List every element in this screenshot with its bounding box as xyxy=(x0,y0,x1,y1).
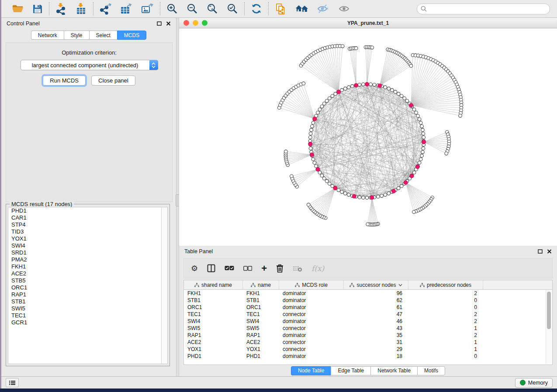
network-node[interactable] xyxy=(320,105,324,108)
delete-selected-trash-icon[interactable] xyxy=(276,264,284,273)
network-leaf-node[interactable] xyxy=(459,114,462,117)
network-edge[interactable] xyxy=(380,53,397,86)
network-node[interactable] xyxy=(347,193,350,196)
mcds-dominator-node[interactable] xyxy=(415,165,419,169)
network-node[interactable] xyxy=(318,108,322,111)
network-node[interactable] xyxy=(343,87,347,90)
network-node[interactable] xyxy=(340,89,344,92)
network-node[interactable] xyxy=(400,94,403,98)
network-node[interactable] xyxy=(358,196,361,199)
network-node[interactable] xyxy=(309,147,312,150)
network-node[interactable] xyxy=(325,99,329,103)
mcds-result-item[interactable]: ORC1 xyxy=(8,284,167,291)
network-node[interactable] xyxy=(322,177,326,180)
network-edge[interactable] xyxy=(380,60,406,86)
network-node[interactable] xyxy=(328,182,331,186)
table-row[interactable]: RAP1RAP1dominator352 xyxy=(184,332,552,339)
refresh-view-icon[interactable] xyxy=(251,3,262,14)
network-leaf-node[interactable] xyxy=(307,203,310,206)
network-node[interactable] xyxy=(391,89,394,92)
network-node[interactable] xyxy=(362,83,365,86)
window-minimize-icon[interactable] xyxy=(193,20,198,26)
mcds-dominator-node[interactable] xyxy=(365,83,369,86)
network-edge[interactable] xyxy=(380,54,398,86)
window-maximize-icon[interactable] xyxy=(202,20,208,26)
table-row[interactable]: TEC1TEC1connector472 xyxy=(184,311,552,318)
column-header-predecessor-nodes[interactable]: predecessor nodes xyxy=(408,280,483,289)
mcds-result-item[interactable]: STB1 xyxy=(8,298,167,305)
network-node[interactable] xyxy=(311,125,314,128)
network-edge[interactable] xyxy=(369,198,372,225)
mcds-result-item[interactable]: TID3 xyxy=(8,228,167,235)
network-edge[interactable] xyxy=(406,182,420,210)
mcds-dominator-node[interactable] xyxy=(337,90,341,94)
network-edge[interactable] xyxy=(296,87,315,119)
network-node[interactable] xyxy=(369,83,373,86)
first-neighbors-houses-icon[interactable] xyxy=(295,3,308,14)
network-node[interactable] xyxy=(311,121,315,124)
tab-node-table[interactable]: Node Table xyxy=(291,366,331,375)
network-node[interactable] xyxy=(422,132,425,135)
network-node[interactable] xyxy=(403,96,406,100)
table-row[interactable]: PHD1PHD1dominator180 xyxy=(184,353,552,360)
memory-status-button[interactable]: Memory xyxy=(515,378,553,388)
network-node[interactable] xyxy=(365,196,369,199)
mcds-dominator-node[interactable] xyxy=(313,117,317,121)
show-task-history-icon[interactable] xyxy=(6,378,19,387)
network-node[interactable] xyxy=(412,108,416,111)
export-table-icon[interactable] xyxy=(120,3,132,15)
network-node[interactable] xyxy=(384,193,387,196)
network-edge[interactable] xyxy=(424,142,447,151)
network-edge[interactable] xyxy=(406,182,432,197)
import-table-icon[interactable] xyxy=(76,3,87,15)
tab-mcds[interactable]: MCDS xyxy=(117,31,146,40)
network-edge[interactable] xyxy=(295,169,318,185)
mcds-result-item[interactable]: FKH1 xyxy=(8,263,167,270)
network-edge[interactable] xyxy=(281,103,315,119)
panel-splitter[interactable] xyxy=(176,18,179,376)
network-node[interactable] xyxy=(373,83,376,86)
network-edge[interactable] xyxy=(318,51,339,92)
network-node[interactable] xyxy=(421,128,425,132)
mcds-dominator-node[interactable] xyxy=(308,142,312,146)
table-row[interactable]: ACE2ACE2connector311 xyxy=(184,339,552,346)
network-node[interactable] xyxy=(420,125,424,128)
tab-network-table[interactable]: Network Table xyxy=(370,366,417,375)
mcds-dominator-node[interactable] xyxy=(354,83,358,87)
network-edge[interactable] xyxy=(353,48,356,86)
network-edge[interactable] xyxy=(286,96,315,119)
network-edge[interactable] xyxy=(293,169,318,181)
network-leaf-node[interactable] xyxy=(412,210,416,214)
network-node[interactable] xyxy=(377,195,380,199)
network-edge[interactable] xyxy=(304,62,339,92)
network-node[interactable] xyxy=(310,128,313,132)
mcds-dominator-node[interactable] xyxy=(392,189,396,193)
network-node[interactable] xyxy=(309,132,312,135)
table-row[interactable]: STB1STB1dominator620 xyxy=(184,297,552,304)
network-node[interactable] xyxy=(325,179,329,183)
tab-style[interactable]: Style xyxy=(64,31,89,40)
tab-select[interactable]: Select xyxy=(89,31,117,40)
mcds-dominator-node[interactable] xyxy=(316,168,320,172)
network-node[interactable] xyxy=(418,161,421,165)
network-node[interactable] xyxy=(343,192,347,195)
network-edge[interactable] xyxy=(324,188,336,217)
tab-edge-table[interactable]: Edge Table xyxy=(331,366,370,375)
network-edge[interactable] xyxy=(411,85,457,105)
mcds-result-item[interactable]: SRD1 xyxy=(8,249,167,256)
mcds-dominator-node[interactable] xyxy=(352,194,356,198)
network-edge[interactable] xyxy=(411,105,461,110)
column-header-shared-name[interactable]: shared name xyxy=(184,280,243,289)
zoom-selected-icon[interactable] xyxy=(227,3,238,14)
add-column-plus-icon[interactable]: + xyxy=(261,265,267,272)
network-node[interactable] xyxy=(419,121,422,124)
window-close-icon[interactable] xyxy=(183,20,189,26)
network-node[interactable] xyxy=(331,94,334,98)
network-node[interactable] xyxy=(320,174,324,177)
mcds-result-item[interactable]: PMA2 xyxy=(8,256,167,263)
result-list-scrollbar[interactable] xyxy=(161,207,167,364)
network-node[interactable] xyxy=(387,192,391,195)
network-edge[interactable] xyxy=(424,132,447,142)
network-edge[interactable] xyxy=(406,182,418,210)
network-edge[interactable] xyxy=(298,86,315,119)
